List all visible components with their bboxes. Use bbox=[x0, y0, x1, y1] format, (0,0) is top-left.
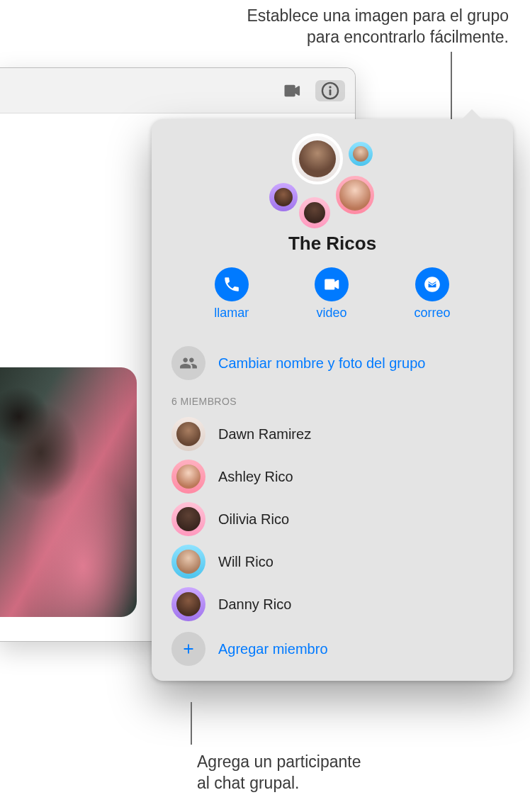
plus-icon-circle bbox=[171, 632, 205, 666]
group-member-avatar bbox=[333, 173, 377, 217]
callout-text-line: Agrega un participante bbox=[197, 752, 361, 771]
facetime-video-button[interactable] bbox=[277, 80, 307, 101]
member-name: Will Rico bbox=[218, 554, 274, 570]
group-member-avatar bbox=[269, 183, 298, 211]
member-name: Oilivia Rico bbox=[218, 511, 289, 528]
callout-text-line: Establece una imagen para el grupo bbox=[247, 6, 509, 25]
add-member-label: Agregar miembro bbox=[218, 641, 328, 657]
mail-action[interactable]: correo bbox=[415, 267, 451, 321]
video-icon bbox=[322, 275, 341, 294]
group-member-avatar bbox=[292, 133, 343, 184]
callout-set-group-image: Establece una imagen para el grupo para … bbox=[247, 6, 509, 48]
plus-icon bbox=[181, 641, 196, 657]
member-row[interactable]: Dawn Ramirez bbox=[171, 413, 493, 455]
group-details-popover: The Ricos llamar video correo Cambiar no… bbox=[152, 119, 513, 681]
phone-icon-circle bbox=[215, 267, 249, 301]
group-name: The Ricos bbox=[152, 233, 513, 255]
video-icon bbox=[282, 81, 302, 101]
members-count-header: 6 MIEMBROS bbox=[152, 393, 513, 413]
mail-icon-circle bbox=[415, 267, 449, 301]
details-info-button[interactable] bbox=[315, 80, 345, 101]
call-label: llamar bbox=[214, 306, 249, 321]
member-row[interactable]: Oilivia Rico bbox=[171, 498, 493, 540]
action-buttons-row: llamar video correo bbox=[152, 255, 513, 336]
group-member-avatar bbox=[349, 142, 373, 166]
member-avatar bbox=[171, 545, 205, 579]
member-row[interactable]: Ashley Rico bbox=[171, 455, 493, 498]
member-name: Danny Rico bbox=[218, 596, 291, 613]
video-icon-circle bbox=[315, 267, 349, 301]
people-icon-circle bbox=[171, 346, 205, 380]
callout-leader-line bbox=[191, 702, 192, 745]
phone-icon bbox=[222, 275, 241, 294]
member-row[interactable]: Danny Rico bbox=[171, 583, 493, 625]
svg-rect-2 bbox=[329, 89, 332, 95]
callout-text-line: para encontrarlo fácilmente. bbox=[307, 28, 509, 46]
call-action[interactable]: llamar bbox=[214, 267, 249, 321]
people-icon bbox=[179, 354, 198, 372]
member-avatar bbox=[171, 417, 205, 451]
member-name: Dawn Ramirez bbox=[218, 426, 311, 443]
info-icon bbox=[320, 81, 340, 101]
callout-add-participant: Agrega un participante al chat grupal. bbox=[197, 752, 361, 794]
window-titlebar bbox=[0, 68, 355, 113]
member-avatar bbox=[171, 502, 205, 536]
group-avatar-cluster[interactable] bbox=[152, 129, 513, 228]
photo-message[interactable] bbox=[0, 367, 137, 617]
mail-label: correo bbox=[415, 306, 451, 321]
group-member-avatar bbox=[299, 197, 330, 228]
member-list: Dawn Ramirez Ashley Rico Oilivia Rico Wi… bbox=[152, 413, 513, 625]
video-label: video bbox=[316, 306, 346, 321]
member-row[interactable]: Will Rico bbox=[171, 540, 493, 583]
member-avatar bbox=[171, 460, 205, 494]
change-group-label: Cambiar nombre y foto del grupo bbox=[218, 355, 493, 372]
svg-point-1 bbox=[329, 86, 331, 88]
video-action[interactable]: video bbox=[315, 267, 349, 321]
add-member-row[interactable]: Agregar miembro bbox=[152, 625, 513, 665]
change-group-name-photo[interactable]: Cambiar nombre y foto del grupo bbox=[152, 336, 513, 393]
mail-icon bbox=[423, 275, 441, 294]
callout-text-line: al chat grupal. bbox=[197, 774, 299, 792]
member-avatar bbox=[171, 587, 205, 621]
member-name: Ashley Rico bbox=[218, 469, 293, 485]
